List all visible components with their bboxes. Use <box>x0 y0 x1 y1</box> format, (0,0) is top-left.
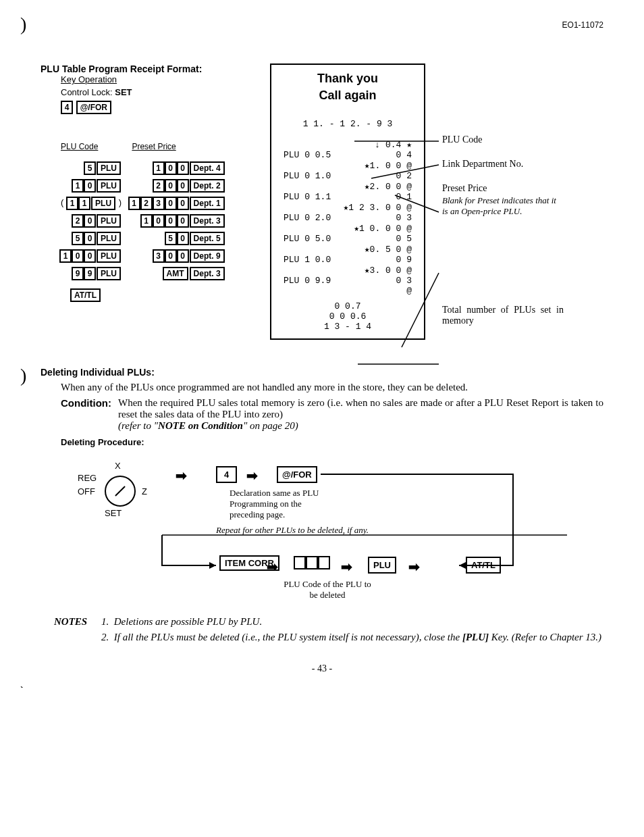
notes-block: NOTES 1. Deletions are possible PLU by P… <box>41 616 603 643</box>
receipt-sample: Thank you Call again 1 1. - 1 2. - 9 3 ↓… <box>270 64 425 340</box>
key-4: 4 <box>61 101 73 114</box>
deleting-flow-diagram: X REG Z OFF SET ➡ 4 ➡ @/FOR Declaration … <box>41 454 603 609</box>
header-code: EO1-11072 <box>41 20 603 30</box>
binding-paren-3: ) <box>20 682 26 688</box>
page-number: - 43 - <box>41 663 603 674</box>
deleting-procedure-label: Deleting Procedure: <box>61 437 603 447</box>
plu-code-header: PLU Code <box>61 142 98 151</box>
deleting-plus-title: Deleting Individual PLUs: <box>41 367 603 378</box>
key-sequence-table: 5PLU 100Dept. 4 10PLU 200Dept. 2 ( 11PLU… <box>41 161 270 303</box>
svg-marker-5 <box>459 562 466 569</box>
key-atfor: @/FOR <box>76 101 111 114</box>
callout-labels: PLU Code Link Department No. Preset Pric… <box>442 134 564 340</box>
control-lock-line: Control Lock: SET <box>61 87 270 97</box>
svg-marker-6 <box>209 562 216 569</box>
plu-receipt-format-title: PLU Table Program Receipt Format: <box>41 64 270 74</box>
binding-paren-1: ) <box>20 14 26 35</box>
binding-paren-2: ) <box>20 365 26 386</box>
preset-price-header: Preset Price <box>132 142 176 151</box>
key-operation-label: Key Operation <box>61 74 270 84</box>
deleting-para1: When any of the PLUs once programmed are… <box>61 382 603 393</box>
condition-block: Condition: When the required PLU sales t… <box>61 397 603 432</box>
